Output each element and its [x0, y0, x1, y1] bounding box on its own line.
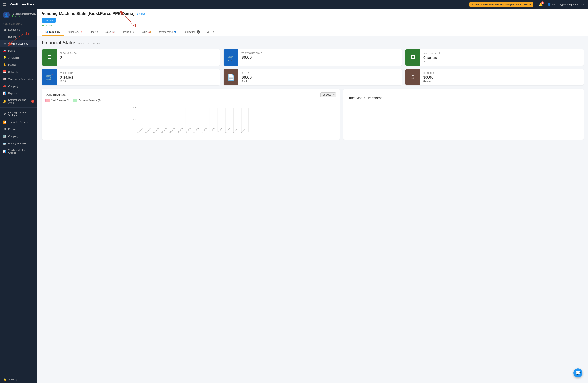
sidebar-item-product[interactable]: ⊞ Product ‹	[0, 125, 37, 133]
chevron-icon: ‹	[34, 92, 34, 94]
tab-planogram[interactable]: Planogram ❓	[63, 28, 86, 36]
chat-fab-button[interactable]: 💬	[573, 368, 582, 377]
sidebar-item-buttons[interactable]: ✓ Buttons ‹	[0, 33, 37, 40]
coin-box-amount: $0.00	[423, 75, 434, 80]
sidebar-item-company[interactable]: 🏢 Company ‹	[0, 133, 37, 140]
security-icon: 🔒	[3, 378, 6, 381]
tube-status-title: Tube Status Timestamp:	[347, 96, 383, 100]
bell-badge: 7	[541, 1, 544, 4]
hamburger-icon[interactable]: ☰	[3, 2, 6, 6]
stat-cards-row1: 🖥 TODAY'S SALES 0 🛒 TODAY'S REVENUE $0.0…	[42, 49, 584, 66]
sidebar-item-vending-machine-groups[interactable]: 📊 Vending Machine Groups	[0, 147, 37, 156]
sidebar-username: cara.cui@vendingontrack...	[12, 13, 36, 15]
sidebar-item-schedule[interactable]: 📅 Schedule ‹	[0, 68, 37, 76]
tab-notification[interactable]: Notification 0	[180, 28, 203, 36]
card-coin-box: $ COIN BOX $0.00 0 coins	[405, 69, 584, 85]
sidebar-item-label: Schedule	[8, 71, 18, 73]
topbar: ☰ Vending on Track ⚠ Your browser timezo…	[0, 0, 588, 9]
page-tabs: 📊 Summary Planogram ❓ Stock ≡ Sales 📈 Fi…	[42, 28, 584, 36]
chart-period-select[interactable]: 28 Days 7 Days 14 Days 90 Days	[320, 92, 336, 97]
sidebar: 👤 cara.cui@vendingontrack... Online MAIN…	[0, 9, 37, 383]
notification-bell[interactable]: 🔔 7	[539, 2, 543, 6]
sidebar-item-label: Routing Bundles	[8, 142, 26, 145]
chart-panel-title: Daily Revenues	[45, 93, 66, 97]
sidebar-user-status: Online	[12, 15, 36, 17]
tab-remote-vend[interactable]: Remote Vend 👤	[155, 28, 180, 36]
chevron-icon: ‹	[34, 50, 34, 52]
notifications-badge: 7	[31, 100, 34, 103]
tab-voti[interactable]: VoTi ★	[203, 28, 218, 36]
tube-body: Tube Status Timestamp:	[343, 92, 584, 104]
cash-legend-label: Cash Revenue ($)	[51, 99, 69, 102]
financial-status-updated: Updated 6 days ago	[78, 42, 100, 45]
summary-tab-icon: 📊	[45, 31, 48, 33]
tab-refills[interactable]: Refills 🚚	[137, 28, 155, 36]
sidebar-item-vending-machines[interactable]: 🖥 Vending Machines ‹	[0, 40, 37, 47]
status-text: Online	[45, 24, 52, 27]
telemetry-icon: 📶	[3, 120, 6, 124]
sidebar-item-security[interactable]: 🔒 Security	[0, 376, 37, 383]
bill-note-count: 0 notes	[241, 80, 254, 82]
user-menu[interactable]: 👤 cara.cui@vendingontrack.com	[547, 2, 585, 6]
sidebar-item-refills[interactable]: 🚗 Refills ‹	[0, 47, 37, 54]
alert-text: Your browser timezone differs from your …	[475, 3, 531, 6]
tube-status-panel: Tube Status Timestamp:	[343, 89, 584, 140]
chevron-icon: ‹	[34, 78, 34, 80]
sidebar-item-label: AI Advisory	[8, 57, 20, 59]
sidebar-item-label: Picking	[8, 63, 16, 66]
service-button[interactable]: Service	[42, 18, 56, 22]
since-refill-sales: 0 sales	[423, 55, 440, 60]
week-to-date-amount: $0.00	[60, 80, 76, 82]
sidebar-item-dashboard[interactable]: ⊞ Dashboard ‹	[0, 26, 37, 33]
cashless-legend-label: Cashless Revenue ($)	[79, 99, 101, 102]
machine-status: Online	[42, 24, 584, 27]
nav-section-label: MAIN NAVIGATION	[0, 21, 37, 26]
sidebar-item-reports[interactable]: 📊 Reports ‹	[0, 90, 37, 97]
week-to-date-sales: 0 sales	[60, 75, 76, 80]
tab-stock[interactable]: Stock ≡	[86, 28, 102, 36]
tab-sales[interactable]: Sales 📈	[102, 28, 118, 36]
todays-revenue-label: TODAY'S REVENUE	[241, 52, 262, 54]
campaign-icon: 📣	[3, 84, 6, 88]
updated-time-link[interactable]: 6 days ago	[88, 42, 100, 45]
sidebar-item-label: Notifications and Alerts	[8, 99, 31, 104]
cashless-swatch	[73, 99, 77, 102]
sidebar-item-routing-bundles[interactable]: 🚌 Routing Bundles	[0, 140, 37, 147]
chevron-icon: ‹	[34, 29, 34, 31]
lower-panels: Daily Revenues 28 Days 7 Days 14 Days 90…	[42, 89, 584, 140]
sidebar-item-label: Telemetry Devices	[8, 121, 28, 123]
tab-summary[interactable]: 📊 Summary	[42, 28, 63, 36]
sidebar-item-ai-advisory[interactable]: 💡 AI Advisory	[0, 54, 37, 61]
notification-tab-badge: 0	[197, 30, 200, 34]
main-content: Vending Machine Stats [KioskForce PPE De…	[37, 9, 588, 383]
sidebar-item-telemetry-devices[interactable]: 📶 Telemetry Devices	[0, 119, 37, 125]
sidebar-item-label: Warehouse & Inventory	[8, 78, 33, 81]
chevron-icon: ‹	[34, 43, 34, 45]
sidebar-item-label: Refills	[8, 49, 15, 52]
chat-icon: 💬	[575, 370, 581, 375]
reports-icon: 📊	[3, 91, 6, 95]
tab-financial[interactable]: Financial $	[118, 28, 137, 36]
card-since-refill: 🖥 SINCE REFILL ℹ 0 sales $0.00	[405, 49, 584, 66]
sidebar-user-section: 👤 cara.cui@vendingontrack... Online	[0, 9, 37, 21]
since-refill-amount: $0.00	[423, 60, 440, 63]
user-email: cara.cui@vendingontrack.com	[552, 3, 585, 6]
settings-link[interactable]: Settings	[137, 12, 146, 15]
warehouse-icon: 🏭	[3, 77, 6, 81]
bill-note-icon: 📄	[224, 69, 238, 85]
sidebar-item-campaign[interactable]: 📣 Campaign ‹	[0, 82, 37, 90]
chevron-icon: ‹	[34, 128, 34, 130]
chevron-icon: ‹	[34, 85, 34, 87]
sidebar-item-vending-machine-settings[interactable]: ⚙ Vending Machine Settings	[0, 109, 37, 119]
sidebar-item-warehouse-inventory[interactable]: 🏭 Warehouse & Inventory ‹	[0, 76, 37, 82]
sidebar-item-picking[interactable]: ✋ Picking ‹	[0, 61, 37, 68]
buttons-icon: ✓	[3, 35, 6, 38]
card-todays-sales: 🖥 TODAY'S SALES 0	[42, 49, 220, 66]
dashboard-icon: ⊞	[3, 28, 6, 31]
content-area: Financial Status Updated 6 days ago 🖥 TO…	[37, 36, 588, 383]
tube-panel-header	[343, 89, 584, 92]
coin-box-label: COIN BOX	[423, 72, 434, 74]
chevron-icon: ‹	[34, 64, 34, 66]
coin-box-count: 0 coins	[423, 80, 434, 82]
sidebar-item-notifications[interactable]: 🔔 Notifications and Alerts 7	[0, 97, 37, 106]
